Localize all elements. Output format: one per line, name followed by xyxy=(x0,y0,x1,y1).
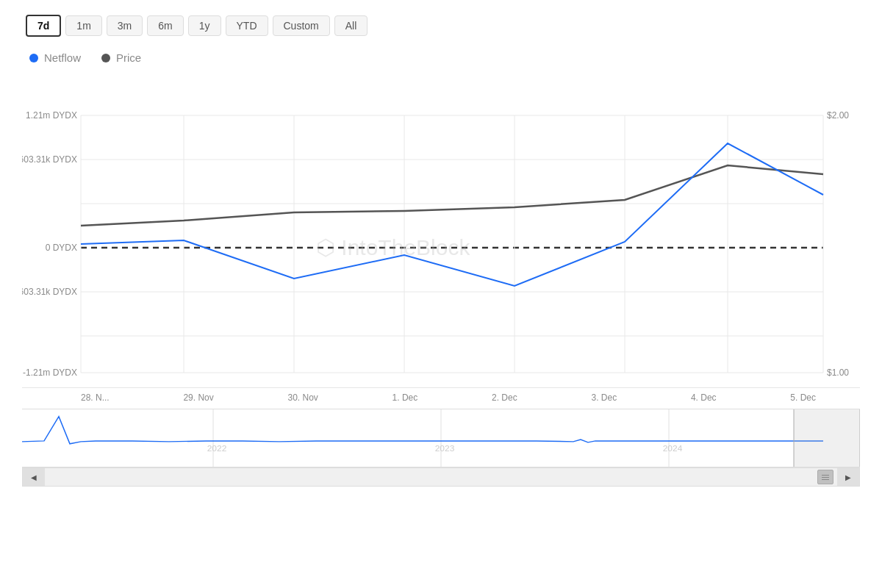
price-label: Price xyxy=(116,51,141,64)
svg-text:$2.00: $2.00 xyxy=(827,110,849,121)
mini-chart-container: 2022 2023 2024 xyxy=(22,409,860,467)
scroll-track xyxy=(45,468,837,486)
main-container: 7d1m3m6m1yYTDCustomAll Netflow Price xyxy=(0,0,882,588)
legend: Netflow Price xyxy=(22,51,860,64)
time-btn-1m[interactable]: 1m xyxy=(65,15,101,36)
scroll-left-button[interactable]: ◀ xyxy=(23,468,45,486)
handle-line-3 xyxy=(822,479,829,480)
time-btn-custom[interactable]: Custom xyxy=(273,15,330,36)
x-label-2: 30. Nov xyxy=(288,392,318,403)
watermark-text: ⬡ IntoTheBlock xyxy=(316,235,470,259)
x-label-6: 4. Dec xyxy=(691,392,717,403)
time-btn-1y[interactable]: 1y xyxy=(188,15,221,36)
handle-line-2 xyxy=(822,477,829,478)
svg-text:-1.21m DYDX: -1.21m DYDX xyxy=(23,368,77,378)
svg-text:0 DYDX: 0 DYDX xyxy=(46,243,77,253)
scroll-handle[interactable] xyxy=(817,470,833,484)
price-line xyxy=(81,165,823,226)
svg-text:1.21m DYDX: 1.21m DYDX xyxy=(26,110,77,121)
mini-chart-svg: 2022 2023 2024 xyxy=(22,409,860,467)
scroll-bar: ◀ ▶ xyxy=(22,467,860,487)
x-label-1: 29. Nov xyxy=(183,392,213,403)
netflow-line xyxy=(81,143,823,286)
time-btn-all[interactable]: All xyxy=(334,15,368,36)
main-chart-svg: 1.21m DYDX 603.31k DYDX 0 DYDX -603.31k … xyxy=(22,86,860,387)
time-btn-ytd[interactable]: YTD xyxy=(226,15,268,36)
time-range-bar: 7d1m3m6m1yYTDCustomAll xyxy=(22,15,860,37)
x-axis: 28. N... 29. Nov 30. Nov 1. Dec 2. Dec 3… xyxy=(22,387,860,407)
x-label-0: 28. N... xyxy=(81,392,110,403)
svg-text:603.31k DYDX: 603.31k DYDX xyxy=(22,154,77,165)
x-label-3: 1. Dec xyxy=(392,392,418,403)
time-btn-7d[interactable]: 7d xyxy=(26,15,61,37)
x-label-5: 3. Dec xyxy=(591,392,617,403)
netflow-dot xyxy=(29,54,38,62)
mini-selection xyxy=(794,409,860,467)
netflow-label: Netflow xyxy=(44,51,81,64)
time-btn-6m[interactable]: 6m xyxy=(147,15,183,36)
handle-line-1 xyxy=(822,475,829,476)
main-chart-area: 1.21m DYDX 603.31k DYDX 0 DYDX -603.31k … xyxy=(22,86,860,387)
svg-text:2022: 2022 xyxy=(207,443,227,453)
svg-text:$1.00: $1.00 xyxy=(827,368,849,378)
x-label-7: 5. Dec xyxy=(790,392,816,403)
svg-text:2024: 2024 xyxy=(663,443,683,453)
scroll-handle-lines xyxy=(822,475,829,480)
price-dot xyxy=(101,54,110,62)
x-label-4: 2. Dec xyxy=(492,392,517,403)
mini-netflow-line xyxy=(22,417,823,444)
time-btn-3m[interactable]: 3m xyxy=(107,15,143,36)
legend-netflow: Netflow xyxy=(29,51,81,64)
svg-text:2023: 2023 xyxy=(435,443,455,453)
scroll-right-button[interactable]: ▶ xyxy=(837,468,859,486)
legend-price: Price xyxy=(101,51,141,64)
svg-text:-603.31k DYDX: -603.31k DYDX xyxy=(22,287,77,297)
